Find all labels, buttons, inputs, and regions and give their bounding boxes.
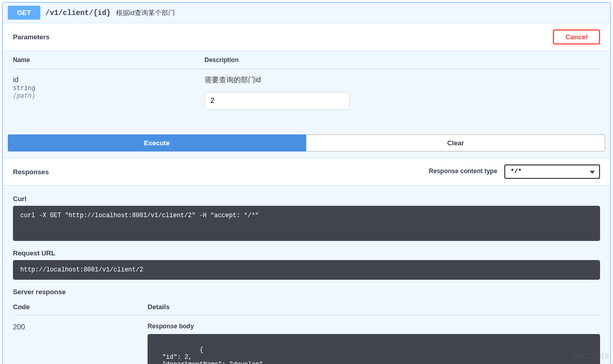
parameter-desc-cell: 需要查询的部门id	[205, 75, 600, 110]
endpoint-path: /v1/client/{id}	[46, 9, 111, 17]
request-url-box[interactable]: http://localhost:8081/v1/client/2	[13, 260, 600, 280]
parameter-type: string	[13, 85, 205, 92]
swagger-operation-block: GET /v1/client/{id} 根据id查询某个部门 Parameter…	[0, 0, 613, 364]
response-details: Response body { "id": 2, "departmentName…	[148, 323, 600, 364]
content-type-select[interactable]: */*	[504, 164, 600, 179]
code-col-header: Code	[13, 303, 148, 311]
curl-title: Curl	[13, 195, 600, 203]
parameters-table: Name Description id string (path) 需要查询的部…	[13, 51, 600, 120]
endpoint-summary: 根据id查询某个部门	[116, 8, 175, 18]
http-method-badge: GET	[8, 6, 40, 20]
cancel-button[interactable]: Cancel	[553, 29, 600, 44]
parameters-section-bar: Parameters Cancel	[3, 23, 610, 51]
parameters-body: Name Description id string (path) 需要查询的部…	[3, 51, 610, 130]
col-description-header: Description	[205, 56, 600, 64]
parameter-value-input[interactable]	[205, 92, 349, 110]
parameter-in: (path)	[13, 93, 205, 100]
response-body-title: Response body	[148, 323, 600, 330]
clear-button[interactable]: Clear	[306, 134, 605, 151]
parameters-table-head: Name Description	[13, 51, 600, 69]
response-code: 200	[13, 323, 148, 364]
parameter-name-cell: id string (path)	[13, 75, 205, 110]
action-button-row: Execute Clear	[8, 134, 605, 151]
content-type-label: Response content type	[429, 168, 497, 175]
responses-section-bar: Responses Response content type */*	[3, 158, 610, 186]
response-body-box[interactable]: { "id": 2, "departmentName": "develop" }…	[148, 334, 600, 364]
parameter-description: 需要查询的部门id	[205, 75, 600, 85]
responses-body: Curl curl -X GET "http://localhost:8081/…	[3, 186, 610, 364]
content-type-group: Response content type */*	[429, 164, 600, 179]
curl-command-box[interactable]: curl -X GET "http://localhost:8081/v1/cl…	[13, 206, 600, 241]
response-body-text: { "id": 2, "departmentName": "develop" }	[155, 346, 263, 364]
col-name-header: Name	[13, 56, 205, 64]
response-table-head: Code Details	[13, 299, 600, 315]
server-response-title: Server response	[13, 288, 600, 296]
operation-header[interactable]: GET /v1/client/{id} 根据id查询某个部门	[3, 3, 610, 23]
parameters-title: Parameters	[13, 33, 50, 41]
operation-panel: GET /v1/client/{id} 根据id查询某个部门 Parameter…	[2, 2, 611, 364]
parameter-name: id	[13, 75, 205, 84]
parameter-row: id string (path) 需要查询的部门id	[13, 69, 600, 120]
content-type-select-wrap: */*	[504, 164, 600, 179]
response-row: 200 Response body { "id": 2, "department…	[13, 315, 600, 364]
details-col-header: Details	[148, 303, 600, 311]
responses-title: Responses	[13, 168, 49, 176]
request-url-title: Request URL	[13, 249, 600, 257]
execute-button[interactable]: Execute	[8, 134, 306, 151]
